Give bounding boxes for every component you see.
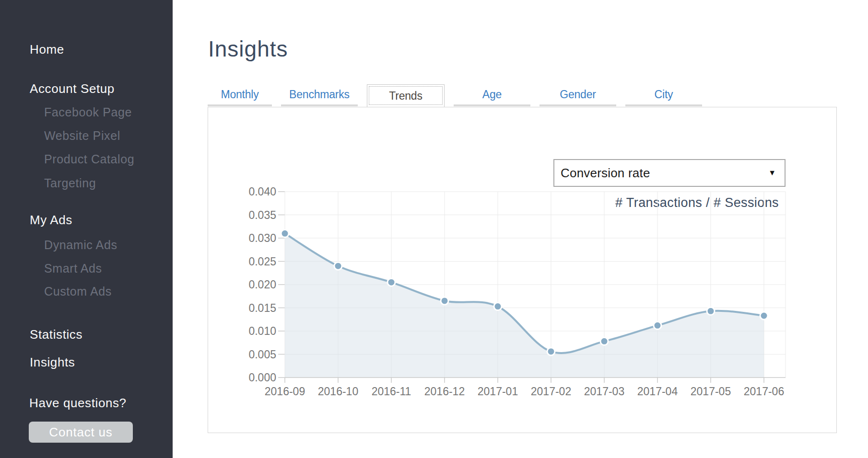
y-tick-label: 0.005 (248, 348, 276, 361)
tab-gender[interactable]: Gender (540, 85, 616, 106)
x-tick-label: 2017-03 (584, 385, 624, 398)
trends-chart: 0.0000.0050.0100.0150.0200.0250.0300.035… (208, 107, 836, 433)
y-tick-label: 0.040 (248, 185, 276, 198)
y-tick-label: 0.035 (248, 209, 276, 221)
data-point-marker (547, 348, 555, 355)
sidebar-item-account-setup[interactable]: Account Setup (30, 82, 115, 96)
sidebar-item-smart-ads[interactable]: Smart Ads (44, 262, 102, 275)
page-title: Insights (208, 36, 288, 62)
x-tick-label: 2016-10 (318, 385, 358, 398)
y-tick-label: 0.010 (248, 325, 276, 337)
contact-us-button[interactable]: Contact us (29, 422, 133, 443)
sidebar-item-my-ads[interactable]: My Ads (30, 213, 72, 228)
sidebar-item-website-pixel[interactable]: Website Pixel (44, 129, 120, 143)
y-tick-label: 0.025 (248, 255, 276, 268)
sidebar-item-dynamic-ads[interactable]: Dynamic Ads (44, 238, 117, 252)
sidebar-item-targeting[interactable]: Targeting (44, 176, 96, 190)
data-point-marker (334, 262, 342, 270)
x-tick-label: 2016-09 (265, 385, 305, 398)
data-point-marker (281, 229, 289, 237)
y-tick-label: 0.000 (248, 371, 276, 384)
y-tick-label: 0.015 (248, 302, 276, 314)
x-tick-label: 2017-04 (637, 385, 678, 398)
tab-trends[interactable]: Trends (367, 84, 445, 107)
x-tick-label: 2016-11 (372, 385, 411, 398)
data-point-marker (600, 337, 608, 345)
sidebar: Home Account Setup Facebook Page Website… (0, 0, 173, 458)
tab-benchmarks[interactable]: Benchmarks (281, 85, 358, 106)
data-point-marker (707, 307, 715, 315)
area-fill (285, 233, 764, 378)
data-point-marker (654, 321, 661, 329)
sidebar-item-product-catalog[interactable]: Product Catalog (44, 152, 134, 166)
x-tick-label: 2016-12 (424, 385, 465, 398)
sidebar-item-facebook-page[interactable]: Facebook Page (44, 105, 132, 119)
x-tick-label: 2017-02 (531, 385, 571, 398)
data-point-marker (494, 303, 502, 310)
tab-monthly[interactable]: Monthly (208, 85, 272, 106)
sidebar-item-statistics[interactable]: Statistics (30, 328, 82, 342)
x-tick-label: 2017-01 (478, 385, 518, 398)
y-tick-label: 0.020 (248, 278, 276, 291)
data-point-marker (441, 297, 448, 305)
data-point-marker (760, 312, 768, 320)
sidebar-item-home[interactable]: Home (30, 43, 64, 57)
tab-city[interactable]: City (625, 85, 702, 106)
trends-panel: Conversion rate ▼ # Transactions / # Ses… (208, 107, 837, 433)
x-tick-label: 2017-06 (744, 385, 784, 398)
help-heading: Have questions? (29, 396, 127, 411)
x-tick-label: 2017-05 (691, 385, 731, 398)
tab-bar: Monthly Benchmarks Trends Age Gender Cit… (208, 85, 702, 107)
sidebar-item-insights[interactable]: Insights (30, 355, 75, 370)
sidebar-item-custom-ads[interactable]: Custom Ads (44, 285, 112, 298)
tab-age[interactable]: Age (454, 85, 530, 106)
y-tick-label: 0.030 (248, 232, 276, 244)
data-point-marker (387, 278, 395, 286)
